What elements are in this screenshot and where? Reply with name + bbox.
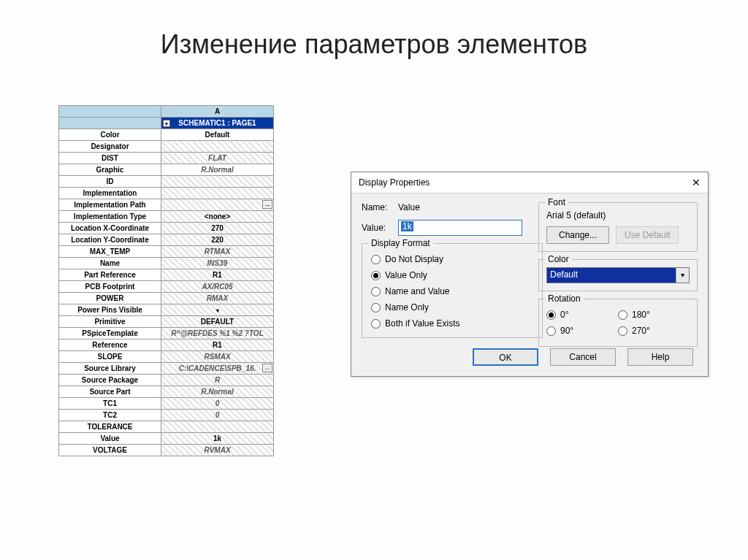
table-row[interactable]: Location X-Coordinate270	[59, 223, 274, 234]
property-name-cell[interactable]: TC1	[59, 398, 161, 410]
property-name-cell[interactable]: Name	[59, 258, 161, 269]
display-format-option[interactable]: Value Only	[371, 267, 533, 283]
table-row[interactable]: PSpiceTemplateR^@REFDES %1 %2 ?TOL	[59, 328, 274, 340]
property-name-cell[interactable]: POWER	[59, 293, 161, 304]
property-value-cell[interactable]: 0	[161, 410, 274, 421]
radio-icon[interactable]	[371, 303, 381, 312]
property-name-cell[interactable]: Implementation	[59, 188, 161, 199]
table-row[interactable]: TC10	[59, 398, 274, 410]
radio-icon[interactable]	[618, 310, 627, 320]
property-value-cell[interactable]: ...	[161, 199, 274, 211]
table-row[interactable]: Source PartR.Normal	[59, 386, 274, 398]
rotation-option[interactable]: 90°	[546, 323, 618, 339]
property-name-cell[interactable]: Location X-Coordinate	[59, 223, 161, 234]
property-name-cell[interactable]: PSpiceTemplate	[59, 328, 161, 340]
property-value-cell[interactable]: RTMAX	[161, 246, 274, 258]
property-value-cell[interactable]: RMAX	[161, 293, 274, 304]
property-value-cell[interactable]: ▾	[161, 304, 274, 316]
expand-icon[interactable]: +	[163, 120, 170, 127]
property-value-cell[interactable]: 270	[161, 223, 274, 234]
property-name-cell[interactable]: Source Part	[59, 386, 161, 398]
table-row[interactable]: Part ReferenceR1	[59, 269, 274, 281]
radio-icon[interactable]	[618, 326, 627, 336]
table-row[interactable]: VOLTAGERVMAX	[59, 445, 274, 456]
color-combo[interactable]: Default ▾	[546, 267, 690, 283]
property-value-cell[interactable]: RSMAX	[161, 351, 274, 363]
ellipsis-button[interactable]: ...	[262, 364, 272, 372]
property-name-cell[interactable]: Color	[59, 129, 161, 141]
property-name-cell[interactable]: Power Pins Visible	[59, 304, 161, 316]
table-row[interactable]: Implementation Type<none>	[59, 211, 274, 223]
table-row[interactable]: DISTFLAT	[59, 153, 274, 164]
table-row[interactable]: Implementation Path...	[59, 199, 274, 211]
property-value-cell[interactable]: 220	[161, 234, 274, 246]
dropdown-icon[interactable]: ▾	[215, 307, 221, 313]
use-default-font-button[interactable]: Use Default	[616, 226, 679, 244]
property-value-cell[interactable]: R.Normal	[161, 386, 274, 398]
property-name-cell[interactable]: Reference	[59, 340, 161, 351]
property-value-cell[interactable]: RVMAX	[161, 445, 274, 456]
chevron-down-icon[interactable]: ▾	[676, 268, 689, 283]
rotation-option[interactable]: 0°	[546, 307, 618, 323]
radio-icon[interactable]	[371, 287, 381, 296]
display-format-option[interactable]: Do Not Display	[371, 251, 533, 267]
dialog-titlebar[interactable]: Display Properties ✕	[351, 172, 708, 193]
table-row[interactable]: ID	[59, 176, 274, 188]
table-row[interactable]: PCB FootprintAX/RC05	[59, 281, 274, 293]
property-value-cell[interactable]	[161, 421, 274, 433]
property-value-cell[interactable]: R	[161, 375, 274, 386]
radio-icon[interactable]	[546, 310, 556, 320]
property-name-cell[interactable]: DIST	[59, 153, 161, 164]
table-row[interactable]: Designator	[59, 141, 274, 153]
close-icon[interactable]: ✕	[692, 177, 701, 188]
table-row[interactable]: SLOPERSMAX	[59, 351, 274, 363]
property-name-cell[interactable]: ID	[59, 176, 161, 188]
property-value-cell[interactable]: INS39	[161, 258, 274, 269]
property-value-cell[interactable]: FLAT	[161, 153, 274, 164]
property-value-cell[interactable]: R^@REFDES %1 %2 ?TOL	[161, 328, 274, 340]
display-format-option[interactable]: Name and Value	[371, 283, 533, 299]
property-value-cell[interactable]: AX/RC05	[161, 281, 274, 293]
property-name-cell[interactable]: Primitive	[59, 316, 161, 328]
property-name-cell[interactable]: Implementation Type	[59, 211, 161, 223]
property-name-cell[interactable]: Value	[59, 433, 161, 445]
property-name-cell[interactable]: Graphic	[59, 164, 161, 176]
property-name-cell[interactable]: Part Reference	[59, 269, 161, 281]
table-row[interactable]: Value1k	[59, 433, 274, 445]
ok-button[interactable]: OK	[473, 348, 538, 366]
property-value-cell[interactable]: R.Normal	[161, 164, 274, 176]
property-value-cell[interactable]: C:\CADENCE\SPB_16....	[161, 363, 274, 375]
display-format-option[interactable]: Both if Value Exists	[371, 315, 533, 331]
display-format-option[interactable]: Name Only	[371, 299, 533, 315]
property-value-cell[interactable]: 1k	[161, 433, 274, 445]
table-row[interactable]: NameINS39	[59, 258, 274, 269]
property-name-cell[interactable]: Designator	[59, 141, 161, 153]
table-row[interactable]: TOLERANCE	[59, 421, 274, 433]
property-name-cell[interactable]: SLOPE	[59, 351, 161, 363]
change-font-button[interactable]: Change...	[546, 226, 609, 244]
radio-icon[interactable]	[546, 326, 556, 336]
table-row[interactable]: Location Y-Coordinate220	[59, 234, 274, 246]
property-name-cell[interactable]: TOLERANCE	[59, 421, 161, 433]
property-name-cell[interactable]: Implementation Path	[59, 199, 161, 211]
rotation-option[interactable]: 180°	[618, 307, 690, 323]
table-row[interactable]: Source LibraryC:\CADENCE\SPB_16....	[59, 363, 274, 375]
property-value-cell[interactable]: 0	[161, 398, 274, 410]
property-name-cell[interactable]: PCB Footprint	[59, 281, 161, 293]
property-name-cell[interactable]: MAX_TEMP	[59, 246, 161, 258]
table-row[interactable]: ReferenceR1	[59, 340, 274, 351]
value-input[interactable]: 1k	[398, 220, 522, 236]
table-row[interactable]: POWERRMAX	[59, 293, 274, 304]
table-row[interactable]: MAX_TEMPRTMAX	[59, 246, 274, 258]
radio-icon[interactable]	[371, 255, 381, 264]
radio-icon[interactable]	[371, 319, 381, 329]
table-row[interactable]: TC20	[59, 410, 274, 421]
property-name-cell[interactable]: Source Library	[59, 363, 161, 375]
table-row[interactable]: Source PackageR	[59, 375, 274, 386]
table-row[interactable]: Implementation	[59, 188, 274, 199]
property-name-cell[interactable]: VOLTAGE	[59, 445, 161, 456]
property-value-cell[interactable]	[161, 176, 274, 188]
property-value-cell[interactable]: R1	[161, 269, 274, 281]
table-header-a[interactable]: A	[161, 106, 274, 118]
property-value-cell[interactable]	[161, 141, 274, 153]
